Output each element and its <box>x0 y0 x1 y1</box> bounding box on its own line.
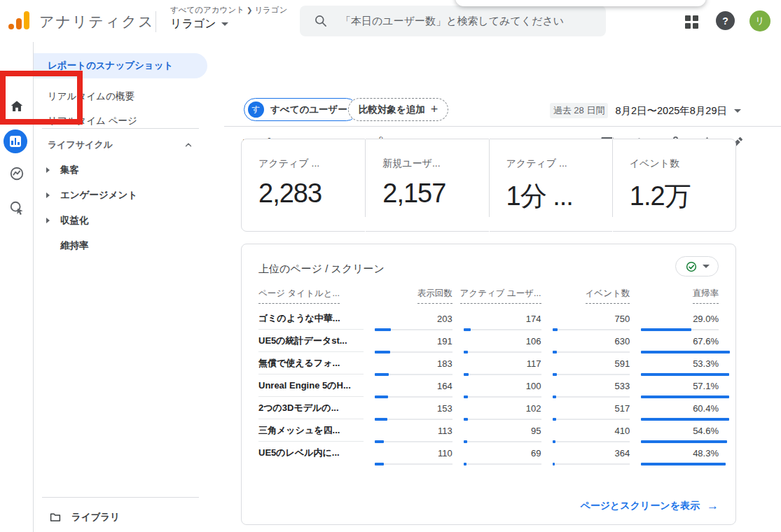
breadcrumb[interactable]: すべてのアカウント❯リラゴン <box>170 5 287 15</box>
reports-nav-icon[interactable] <box>4 130 27 153</box>
table-row: 三角メッシュを四... 113 95 410 54.6% <box>258 419 719 442</box>
cell-views: 183 <box>364 352 452 374</box>
logo-bar-tall <box>24 11 29 29</box>
search-icon <box>314 14 328 28</box>
data-quality-selector[interactable] <box>675 256 719 276</box>
cell-bounce-rate: 54.6% <box>630 419 719 442</box>
chevron-up-icon <box>184 140 193 150</box>
cell-event-count: 533 <box>541 374 630 397</box>
expand-arrow-icon <box>46 192 50 198</box>
metric-label: アクティブ ... <box>506 158 612 170</box>
search-bar[interactable]: 「本日のユーザー数」と検索してみてください <box>300 6 606 36</box>
metric-value: 1分 ... <box>506 178 612 214</box>
table-row: Unreal Engine 5のH... 164 100 533 57.1% <box>258 374 719 397</box>
header-divider <box>155 11 156 32</box>
column-header-link[interactable]: ページ タイトルと... <box>258 288 340 304</box>
main-content: す すべてのユーザー 比較対象を追加 + 過去 28 日間 8月2日〜2025年… <box>207 42 781 532</box>
cell-views: 113 <box>364 419 452 442</box>
home-icon[interactable] <box>9 99 25 114</box>
cell-page-title: 三角メッシュを四... <box>258 419 364 442</box>
value-bar <box>375 463 384 465</box>
metric-value: 2,283 <box>258 178 365 209</box>
reports-sidebar: レポートのスナップショット リアルタイムの概要 リアルタイム ページ ライフサイ… <box>34 42 207 532</box>
cell-views: 191 <box>364 330 452 352</box>
cell-active-users: 69 <box>452 442 541 464</box>
item-label: エンゲージメント <box>60 189 137 202</box>
cell-bounce-rate: 48.3% <box>630 442 719 464</box>
cell-event-count: 410 <box>541 419 630 442</box>
cell-event-count: 364 <box>541 442 630 464</box>
cell-event-count: 517 <box>541 397 630 419</box>
metric-event-count[interactable]: イベント数 1.2万 <box>612 139 735 231</box>
sidebar-item-realtime-overview[interactable]: リアルタイムの概要 <box>34 84 207 108</box>
metric-label: アクティブ ... <box>258 158 365 170</box>
expand-arrow-icon <box>46 167 50 173</box>
metric-new-users[interactable]: 新規ユーザ... 2,157 <box>365 139 488 231</box>
column-header-page-title: ページ タイトルと... <box>258 288 364 304</box>
sidebar-item-report-snapshot[interactable]: レポートのスナップショット <box>34 53 207 78</box>
cell-bounce-rate: 67.6% <box>630 330 719 352</box>
sidebar-item-engagement[interactable]: エンゲージメント <box>34 183 207 207</box>
expand-arrow-icon <box>46 218 50 223</box>
advertising-icon[interactable] <box>9 200 25 216</box>
check-circle-icon <box>685 260 698 273</box>
audience-chip-all-users[interactable]: す すべてのユーザー <box>244 98 358 121</box>
cell-page-title: 2つの3Dモデルの... <box>258 397 364 419</box>
table-row: UE5の統計データst... 191 106 630 67.6% <box>258 330 719 352</box>
metric-value: 2,157 <box>382 178 488 209</box>
audience-chip-label: すべてのユーザー <box>270 104 347 116</box>
table-header-row: ページ タイトルと... 表示回数 アクティブ ユーザ... イベント数 直帰率 <box>258 288 719 304</box>
metric-active-users[interactable]: アクティブ ... 2,283 <box>242 139 365 231</box>
date-range-preset: 過去 28 日間 <box>550 103 609 118</box>
cell-page-title: ゴミのような中華... <box>258 307 364 330</box>
sidebar-item-retention[interactable]: 維持率 <box>34 233 207 258</box>
chevron-down-icon <box>703 265 710 268</box>
sidebar-item-acquisition[interactable]: 集客 <box>34 158 207 182</box>
breadcrumb-account: リラゴン <box>254 6 287 14</box>
google-analytics-logo-icon[interactable] <box>8 11 32 30</box>
cell-bounce-rate: 60.4% <box>630 397 719 419</box>
add-comparison-chip[interactable]: 比較対象を追加 + <box>348 98 448 121</box>
metric-engagement-time[interactable]: アクティブ ... 1分 ... <box>489 139 612 231</box>
column-header-link[interactable]: 表示回数 <box>417 288 452 304</box>
column-header-link[interactable]: イベント数 <box>586 288 630 304</box>
column-header-link[interactable]: 直帰率 <box>693 288 719 304</box>
sidebar-item-monetization[interactable]: 収益化 <box>34 208 207 232</box>
cell-bounce-rate: 57.1% <box>630 374 719 397</box>
audience-chip-avatar: す <box>248 102 264 118</box>
date-range-selector[interactable]: 過去 28 日間 8月2日〜2025年8月29日 <box>550 103 741 118</box>
sidebar-divider <box>42 128 199 129</box>
cell-active-users: 95 <box>452 419 541 442</box>
value-bar <box>553 463 555 465</box>
explore-icon[interactable] <box>9 166 25 181</box>
column-header-bounce-rate: 直帰率 <box>630 288 719 304</box>
table-row: 無償で使えるフォ... 183 117 591 53.3% <box>258 352 719 374</box>
bar-track <box>464 463 541 465</box>
library-label: ライブラリ <box>71 511 120 524</box>
metric-label: 新規ユーザ... <box>382 158 488 170</box>
value-bar <box>464 463 466 465</box>
cell-views: 153 <box>364 397 452 419</box>
sidebar-item-realtime-pages[interactable]: リアルタイム ページ <box>34 108 207 133</box>
table-row: ゴミのような中華... 203 174 750 29.0% <box>258 307 719 330</box>
column-header-link[interactable]: アクティブ ユーザ... <box>460 288 541 304</box>
sidebar-section-lifecycle[interactable]: ライフサイクル <box>34 134 207 155</box>
property-selector[interactable]: リラゴン <box>170 17 228 31</box>
cell-event-count: 591 <box>541 352 630 374</box>
apps-grid-icon[interactable] <box>685 15 698 29</box>
help-icon[interactable]: ? <box>716 11 735 30</box>
chevron-down-icon <box>221 22 228 26</box>
cell-active-users: 106 <box>452 330 541 352</box>
view-pages-and-screens-link[interactable]: ページとスクリーンを表示 → <box>580 499 719 513</box>
property-name: リラゴン <box>170 17 216 31</box>
sidebar-divider <box>42 497 199 498</box>
cell-active-users: 100 <box>452 374 541 397</box>
avatar[interactable]: リ <box>749 10 770 31</box>
breadcrumb-accounts: すべてのアカウント <box>170 6 244 14</box>
arrow-right-icon: → <box>707 499 719 513</box>
cell-event-count: 750 <box>541 307 630 330</box>
folder-icon <box>49 511 62 524</box>
cell-active-users: 174 <box>452 307 541 330</box>
logo-dot <box>8 24 14 29</box>
sidebar-item-library[interactable]: ライブラリ <box>34 505 207 529</box>
